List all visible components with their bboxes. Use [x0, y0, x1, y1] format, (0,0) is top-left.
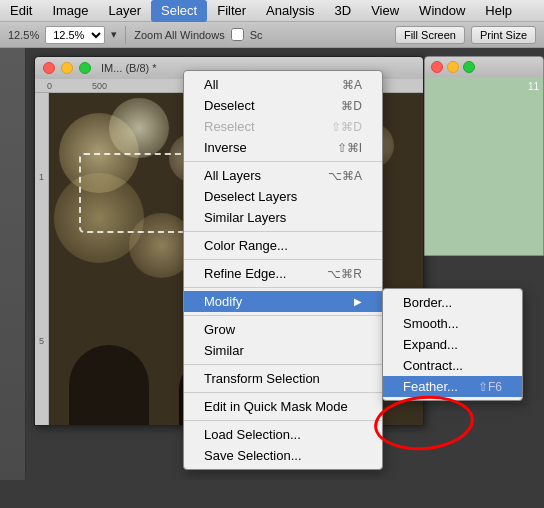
sc-label: Sc — [250, 29, 263, 41]
menubar-item-window[interactable]: Window — [409, 0, 475, 22]
menu-item-grow[interactable]: Grow — [184, 319, 382, 340]
toolbar-separator-1 — [125, 26, 126, 44]
menu-item-all-shortcut: ⌘A — [342, 78, 362, 92]
submenu-item-feather-shortcut: ⇧F6 — [478, 380, 502, 394]
separator-8 — [184, 420, 382, 421]
menu-item-all-layers-shortcut: ⌥⌘A — [328, 169, 362, 183]
menubar-item-view[interactable]: View — [361, 0, 409, 22]
modify-submenu: Border... Smooth... Expand... Contract..… — [382, 288, 523, 401]
menu-item-transform-selection[interactable]: Transform Selection — [184, 368, 382, 389]
menu-item-quick-mask[interactable]: Edit in Quick Mask Mode — [184, 396, 382, 417]
menu-item-save-selection[interactable]: Save Selection... — [184, 445, 382, 466]
submenu-item-smooth-label: Smooth... — [403, 316, 459, 331]
menu-item-refine-edge-label: Refine Edge... — [204, 266, 286, 281]
menu-item-refine-edge[interactable]: Refine Edge... ⌥⌘R — [184, 263, 382, 284]
menu-item-inverse-shortcut: ⇧⌘I — [337, 141, 362, 155]
separator-4 — [184, 287, 382, 288]
submenu-item-expand[interactable]: Expand... — [383, 334, 522, 355]
menu-item-deselect-layers-label: Deselect Layers — [204, 189, 297, 204]
submenu-item-feather-label: Feather... — [403, 379, 458, 394]
separator-1 — [184, 161, 382, 162]
close-button[interactable] — [43, 62, 55, 74]
menu-item-save-selection-label: Save Selection... — [204, 448, 302, 463]
menu-item-reselect-shortcut: ⇧⌘D — [331, 120, 362, 134]
separator-2 — [184, 231, 382, 232]
main-area: IM... (B/8) * 0 500 2500 3000 1 5 — [0, 48, 544, 480]
menu-item-similar-layers[interactable]: Similar Layers — [184, 207, 382, 228]
menu-item-grow-label: Grow — [204, 322, 235, 337]
right-panel-content: 11 — [425, 77, 543, 255]
submenu-item-contract[interactable]: Contract... — [383, 355, 522, 376]
menu-item-modify-label: Modify — [204, 294, 242, 309]
menubar-item-edit[interactable]: Edit — [0, 0, 42, 22]
menubar: Edit Image Layer Select Filter Analysis … — [0, 0, 544, 22]
menu-item-color-range-label: Color Range... — [204, 238, 288, 253]
submenu-item-smooth[interactable]: Smooth... — [383, 313, 522, 334]
menu-item-similar-layers-label: Similar Layers — [204, 210, 286, 225]
separator-5 — [184, 315, 382, 316]
maximize-button[interactable] — [79, 62, 91, 74]
separator-6 — [184, 364, 382, 365]
right-panel-titlebar — [425, 57, 543, 77]
ruler-mark-0: 0 — [47, 81, 52, 91]
menu-item-all-layers-label: All Layers — [204, 168, 261, 183]
print-size-button[interactable]: Print Size — [471, 26, 536, 44]
menu-item-deselect-label: Deselect — [204, 98, 255, 113]
menubar-item-3d[interactable]: 3D — [325, 0, 362, 22]
menu-item-transform-selection-label: Transform Selection — [204, 371, 320, 386]
separator-7 — [184, 392, 382, 393]
ruler-v-mark-1000: 1 — [39, 172, 44, 182]
menu-item-all-layers[interactable]: All Layers ⌥⌘A — [184, 165, 382, 186]
doc-title: IM... (B/8) * — [101, 62, 157, 74]
menu-item-quick-mask-label: Edit in Quick Mask Mode — [204, 399, 348, 414]
menubar-item-filter[interactable]: Filter — [207, 0, 256, 22]
menubar-item-select[interactable]: Select — [151, 0, 207, 22]
menubar-item-help[interactable]: Help — [475, 0, 522, 22]
menu-item-color-range[interactable]: Color Range... — [184, 235, 382, 256]
minimize-button[interactable] — [61, 62, 73, 74]
menu-item-modify[interactable]: Modify ▶ Border... Smooth... Expand... — [184, 291, 382, 312]
menubar-item-image[interactable]: Image — [42, 0, 98, 22]
menu-item-inverse[interactable]: Inverse ⇧⌘I — [184, 137, 382, 158]
menu-item-similar-label: Similar — [204, 343, 244, 358]
right-panel-minimize[interactable] — [447, 61, 459, 73]
modify-submenu-arrow: ▶ — [354, 296, 362, 307]
tools-panel — [0, 48, 26, 480]
menu-item-reselect-label: Reselect — [204, 119, 255, 134]
submenu-item-feather[interactable]: Feather... ⇧F6 — [383, 376, 522, 397]
menu-item-load-selection[interactable]: Load Selection... — [184, 424, 382, 445]
submenu-item-expand-label: Expand... — [403, 337, 458, 352]
menu-item-deselect-layers[interactable]: Deselect Layers — [184, 186, 382, 207]
separator-3 — [184, 259, 382, 260]
canvas-area: IM... (B/8) * 0 500 2500 3000 1 5 — [26, 48, 544, 480]
menu-item-inverse-label: Inverse — [204, 140, 247, 155]
menu-item-similar[interactable]: Similar — [184, 340, 382, 361]
select-dropdown-menu: All ⌘A Deselect ⌘D Reselect ⇧⌘D Inverse … — [183, 70, 383, 470]
menubar-item-layer[interactable]: Layer — [99, 0, 152, 22]
zoom-all-label: Zoom All Windows — [134, 29, 224, 41]
ruler-mark-500: 500 — [92, 81, 107, 91]
menu-item-reselect: Reselect ⇧⌘D — [184, 116, 382, 137]
menu-item-refine-edge-shortcut: ⌥⌘R — [327, 267, 362, 281]
menu-item-all-label: All — [204, 77, 218, 92]
right-panel-close[interactable] — [431, 61, 443, 73]
zoom-select[interactable]: 12.5% — [45, 26, 105, 44]
menu-item-load-selection-label: Load Selection... — [204, 427, 301, 442]
submenu-item-border-label: Border... — [403, 295, 452, 310]
zoom-select-arrow: ▾ — [111, 28, 117, 41]
right-panel-maximize[interactable] — [463, 61, 475, 73]
submenu-item-border[interactable]: Border... — [383, 292, 522, 313]
zoom-level-label: 12.5% — [8, 29, 39, 41]
zoom-all-checkbox[interactable] — [231, 28, 244, 41]
menu-item-deselect[interactable]: Deselect ⌘D — [184, 95, 382, 116]
menu-item-deselect-shortcut: ⌘D — [341, 99, 362, 113]
ruler-v-mark-1500: 5 — [39, 336, 44, 346]
fill-screen-button[interactable]: Fill Screen — [395, 26, 465, 44]
menu-item-all[interactable]: All ⌘A — [184, 74, 382, 95]
select-menu-container: All ⌘A Deselect ⌘D Reselect ⇧⌘D Inverse … — [183, 70, 383, 470]
toolbar-row1: 12.5% 12.5% ▾ Zoom All Windows Sc Fill S… — [0, 22, 544, 48]
ruler-vertical: 1 5 — [35, 93, 49, 425]
menubar-item-analysis[interactable]: Analysis — [256, 0, 324, 22]
submenu-item-contract-label: Contract... — [403, 358, 463, 373]
right-panel: 11 — [424, 56, 544, 256]
